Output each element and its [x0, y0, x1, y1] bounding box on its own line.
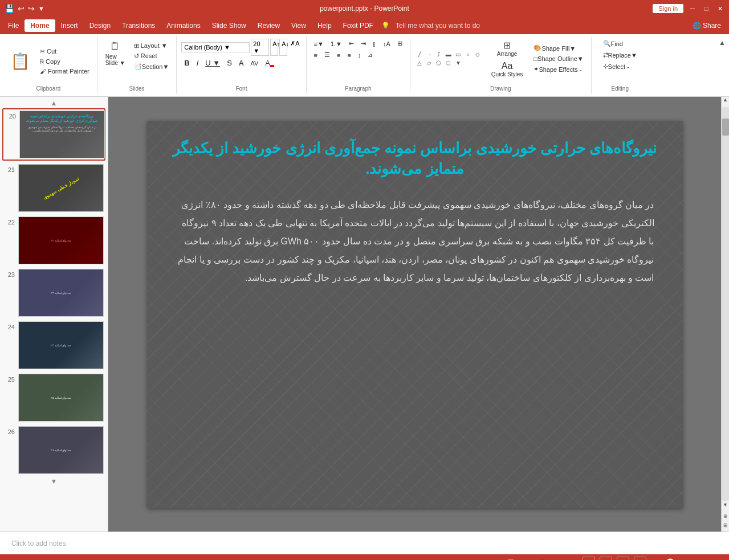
text-shadow-button[interactable]: A — [236, 58, 247, 68]
tell-me-input[interactable]: Tell me what you want to do — [390, 19, 486, 32]
cut-button[interactable]: ✂ Cut — [37, 47, 92, 56]
select-button[interactable]: ⊹ Select - — [600, 62, 640, 71]
shape-connector[interactable]: ⤴ — [434, 51, 443, 59]
slide-item-26[interactable]: 26 محتوای اسلاید ۲۶ — [2, 425, 105, 475]
slide-title[interactable]: نیروگاه‌های حرارتی خورشیدی براساس نمونه … — [147, 121, 683, 191]
slide-panel-scroll-down[interactable]: ▼ — [2, 477, 105, 485]
smart-art-btn[interactable]: ⊞ — [394, 39, 405, 48]
menu-design[interactable]: Design — [84, 19, 116, 32]
bold-button[interactable]: B — [181, 58, 192, 68]
slide-viewport[interactable]: نیروگاه‌های حرارتی خورشیدی براساس نمونه … — [147, 121, 683, 508]
shape-circle[interactable]: ○ — [463, 51, 473, 59]
menu-slideshow[interactable]: Slide Show — [206, 19, 252, 32]
list-number-btn[interactable]: 1.▼ — [328, 39, 345, 48]
fit-page-btn[interactable]: ⊕ — [722, 513, 730, 522]
shape-effects-button[interactable]: ✦ Shape Effects - — [531, 64, 586, 74]
menu-home[interactable]: Home — [25, 19, 55, 32]
menu-help[interactable]: Help — [312, 19, 337, 32]
arrange-button[interactable]: ⊞ Arrange — [488, 39, 527, 58]
shape-diamond[interactable]: ◇ — [473, 51, 482, 59]
sign-in-button[interactable]: Sign in — [653, 4, 683, 13]
undo-icon[interactable]: ↩ — [18, 4, 25, 13]
new-slide-button[interactable]: 🗒 NewSlide ▼ — [102, 39, 129, 68]
menu-view[interactable]: View — [286, 19, 312, 32]
customize-icon[interactable]: ▼ — [38, 5, 44, 12]
shape-more[interactable]: ▼ — [454, 59, 463, 67]
shape-fill-button[interactable]: 🎨 Shape Fill ▼ — [531, 43, 586, 53]
font-color-button[interactable]: A_ — [262, 58, 277, 68]
ribbon-collapse-btn[interactable]: ▲ — [715, 36, 729, 94]
reading-view-btn[interactable]: ⊠ — [617, 557, 629, 560]
align-left-btn[interactable]: ≡ — [311, 51, 320, 60]
line-spacing-btn[interactable]: ↕ — [355, 51, 364, 60]
scroll-down-btn[interactable]: ▼ — [722, 502, 730, 511]
clear-formatting-btn[interactable]: ✗A — [288, 39, 301, 56]
shape-hex[interactable]: ⬡ — [444, 59, 453, 67]
paste-button[interactable]: 📋 — [5, 50, 36, 73]
slide-panel-scroll-up[interactable]: ▲ — [2, 99, 105, 107]
italic-button[interactable]: I — [194, 58, 202, 68]
slide-body[interactable]: در میان گروه‌های مختلف، نیروگاه‌های خورش… — [147, 190, 683, 293]
menu-insert[interactable]: Insert — [55, 19, 84, 32]
font-decrease-btn[interactable]: A↓ — [279, 39, 287, 56]
menu-transitions[interactable]: Transitions — [116, 19, 161, 32]
list-bullet-btn[interactable]: ≡▼ — [311, 39, 327, 48]
slide-item-21[interactable]: 21 نمودار خطی سهموی — [2, 163, 105, 213]
scroll-up-btn[interactable]: ▲ — [722, 97, 730, 106]
normal-view-btn[interactable]: ▦ — [583, 557, 595, 560]
shape-pent[interactable]: ⬠ — [434, 59, 443, 67]
font-size-input[interactable]: 20 ▼ — [251, 39, 269, 56]
layout-button[interactable]: ⊞ Layout ▼ — [131, 41, 172, 51]
menu-animations[interactable]: Animations — [161, 19, 206, 32]
shape-para[interactable]: ▱ — [425, 59, 434, 67]
format-painter-button[interactable]: 🖌 Format Painter — [37, 67, 92, 76]
replace-button[interactable]: ⇄ Replace ▼ — [600, 50, 640, 60]
text-direction-btn[interactable]: ↕A — [380, 39, 393, 48]
scrollbar-thumb[interactable] — [722, 118, 729, 136]
slide-item-24[interactable]: 24 محتوای اسلاید ۲۴ — [2, 320, 105, 370]
menu-review[interactable]: Review — [252, 19, 286, 32]
increase-indent-btn[interactable]: ⇥ — [358, 39, 369, 48]
align-center-btn[interactable]: ☰ — [321, 50, 333, 60]
shape-rect[interactable]: ▬ — [444, 51, 453, 59]
redo-icon[interactable]: ↪ — [28, 4, 35, 13]
presenter-view-btn[interactable]: ⊞ — [634, 557, 646, 560]
copy-button[interactable]: ⎘ Copy — [37, 57, 92, 66]
slide-item-22[interactable]: 22 محتوای اسلاید ۲۲ — [2, 215, 105, 265]
minimize-button[interactable]: ─ — [688, 4, 697, 13]
restore-button[interactable]: □ — [702, 4, 711, 13]
zoom-fit-btn[interactable]: ⊞ — [722, 522, 730, 532]
share-button[interactable]: 🌐 Share — [687, 19, 727, 32]
justify-btn[interactable]: ≡ — [344, 51, 353, 60]
align-right-btn[interactable]: ≡ — [334, 51, 343, 60]
reset-button[interactable]: ↺ Reset — [131, 51, 172, 61]
slide-item-23[interactable]: 23 محتوای اسلاید ۲۳ — [2, 268, 105, 318]
ribbon-drawing: ╱ → ⤴ ▬ ▭ ○ ◇ △ ▱ ⬠ ⬡ ▼ ⊞ Arrange — [410, 36, 592, 94]
slide-item-25[interactable]: 25 محتوای اسلاید ۲۵ — [2, 373, 105, 423]
shape-line[interactable]: ╱ — [415, 51, 424, 59]
shape-arrow[interactable]: → — [425, 51, 434, 59]
strikethrough-button[interactable]: S — [224, 58, 235, 68]
columns-btn[interactable]: ⫿ — [370, 39, 379, 48]
shape-outline-button[interactable]: □ Shape Outline ▼ — [531, 54, 586, 63]
close-button[interactable]: ✕ — [715, 4, 724, 13]
scrollbar-track[interactable] — [722, 107, 729, 501]
shape-rounded[interactable]: ▭ — [454, 51, 463, 59]
save-icon[interactable]: 💾 — [5, 4, 14, 13]
menu-file[interactable]: File — [2, 19, 25, 32]
quick-styles-button[interactable]: Aa Quick Styles — [488, 60, 527, 79]
underline-button[interactable]: U ▼ — [202, 58, 223, 68]
slide-item-20[interactable]: 20 نیروگاه‌های حرارتی خورشیدی براساس نمو… — [2, 108, 105, 161]
shape-tri[interactable]: △ — [415, 59, 424, 67]
paragraph-expand-btn[interactable]: ⊿ — [365, 51, 375, 59]
decrease-indent-btn[interactable]: ⇤ — [346, 39, 357, 48]
notes-bar[interactable]: Click to add notes — [0, 532, 729, 554]
section-button[interactable]: 📑 Section ▼ — [131, 62, 172, 71]
font-increase-btn[interactable]: A↑ — [270, 39, 278, 56]
slide-sorter-btn[interactable]: ⊟ — [600, 557, 612, 560]
notes-placeholder[interactable]: Click to add notes — [11, 539, 66, 547]
menu-foxit[interactable]: Foxit PDF — [337, 19, 379, 32]
font-name-selector[interactable]: Calibri (Body) ▼ — [181, 42, 250, 52]
find-button[interactable]: 🔍 Find — [600, 39, 640, 48]
spacing-button[interactable]: AV — [248, 59, 262, 68]
